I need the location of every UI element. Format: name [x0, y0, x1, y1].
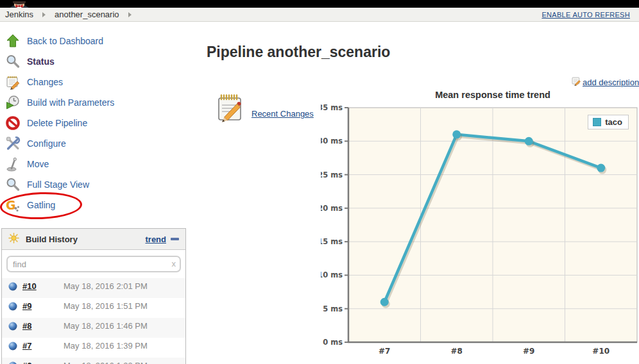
build-row[interactable]: #6 May 18, 2016 1:33 PM — [2, 358, 185, 364]
top-banner — [0, 0, 639, 8]
search-icon — [5, 54, 21, 69]
sun-icon — [8, 233, 19, 246]
lever-icon — [5, 156, 21, 172]
clock-play-icon — [5, 95, 21, 110]
svg-text:30 ms: 30 ms — [321, 136, 343, 145]
build-number-link[interactable]: #9 — [22, 301, 48, 311]
svg-text:G: G — [6, 198, 16, 212]
find-input[interactable] — [6, 256, 181, 272]
build-row[interactable]: #10 May 18, 2016 2:01 PM — [2, 278, 185, 298]
breadcrumb-jenkins[interactable]: Jenkins — [5, 10, 33, 19]
blue-ball-icon — [8, 302, 17, 311]
sidebar-item-changes[interactable]: Changes — [0, 72, 190, 92]
chart-title: Mean response time trend — [348, 90, 637, 100]
crossed-tools-icon — [5, 136, 21, 151]
svg-text:#7: #7 — [379, 347, 390, 356]
legend-label: taco — [605, 117, 622, 127]
build-row[interactable]: #9 May 18, 2016 1:51 PM — [2, 298, 185, 318]
svg-text:25 ms: 25 ms — [321, 170, 343, 179]
recent-changes-link[interactable]: Recent Changes — [251, 109, 314, 119]
breadcrumb-bar: Jenkins another_scenario ENABLE AUTO REF… — [0, 8, 639, 22]
gatling-icon: G — [5, 197, 21, 213]
sidebar-item-move[interactable]: Move — [0, 154, 190, 174]
svg-text:10 ms: 10 ms — [321, 270, 343, 279]
build-date: May 18, 2016 1:46 PM — [64, 321, 150, 331]
build-history-find: x — [2, 250, 185, 278]
build-date: May 18, 2016 2:01 PM — [64, 281, 150, 291]
main-content: Pipeline another_scenario add descriptio… — [192, 22, 639, 364]
svg-text:#9: #9 — [523, 347, 534, 356]
build-date: May 18, 2016 1:39 PM — [64, 341, 150, 351]
build-number-link[interactable]: #8 — [22, 321, 48, 331]
blue-ball-icon — [8, 361, 17, 364]
svg-text:20 ms: 20 ms — [321, 204, 343, 213]
collapse-icon[interactable] — [171, 238, 179, 240]
build-date: May 18, 2016 1:51 PM — [64, 301, 150, 311]
chart-legend: taco — [588, 115, 629, 129]
sidebar-item-back-to-dashboard[interactable]: Back to Dashboard — [0, 31, 190, 51]
no-entry-icon — [5, 115, 21, 131]
build-row[interactable]: #7 May 18, 2016 1:39 PM — [2, 338, 185, 358]
build-history-panel: Build History trend x #10 May 18, 2016 2… — [1, 228, 186, 364]
svg-text:5 ms: 5 ms — [323, 304, 343, 313]
svg-text:15 ms: 15 ms — [321, 237, 343, 246]
build-number-link[interactable]: #10 — [22, 281, 48, 291]
svg-text:#10: #10 — [592, 347, 609, 356]
svg-text:#8: #8 — [451, 347, 463, 356]
clear-find-button[interactable]: x — [172, 259, 176, 269]
sidebar-item-full-stage-view[interactable]: Full Stage View — [0, 174, 190, 195]
blue-ball-icon — [8, 322, 17, 331]
svg-text:0 ms: 0 ms — [323, 338, 343, 347]
sidebar-task-list: Back to Dashboard Status Changes — [0, 26, 190, 215]
trend-link[interactable]: trend — [146, 235, 167, 244]
sidebar-item-configure[interactable]: Configure — [0, 133, 190, 154]
enable-auto-refresh-link[interactable]: ENABLE AUTO REFRESH — [541, 11, 630, 19]
blue-ball-icon — [8, 282, 17, 291]
blue-ball-icon — [8, 342, 17, 351]
breadcrumb-job[interactable]: another_scenario — [55, 10, 119, 19]
recent-changes-icon — [216, 93, 245, 125]
build-history-header: Build History trend — [2, 229, 185, 250]
up-arrow-icon — [5, 33, 21, 49]
sidebar-item-status[interactable]: Status — [0, 51, 190, 72]
add-description-link[interactable]: add description — [583, 78, 639, 87]
notepad-pencil-icon — [5, 74, 21, 90]
build-number-link[interactable]: #7 — [22, 341, 48, 351]
sidebar-item-delete-pipeline[interactable]: Delete Pipeline — [0, 113, 190, 133]
legend-swatch-taco — [593, 118, 601, 126]
mean-response-time-chart: Mean response time trend 0 ms5 ms10 ms15… — [321, 87, 639, 364]
build-date: May 18, 2016 1:33 PM — [64, 361, 150, 364]
build-number-link[interactable]: #6 — [22, 361, 48, 364]
breadcrumb-arrow-icon — [128, 12, 132, 17]
sidebar-item-gatling[interactable]: G Gatling — [0, 195, 190, 215]
page-title: Pipeline another_scenario — [207, 44, 390, 61]
build-history-title: Build History — [26, 235, 78, 244]
svg-text:35 ms: 35 ms — [321, 103, 343, 112]
sidebar-item-build-with-parameters[interactable]: Build with Parameters — [0, 92, 190, 113]
search-icon — [5, 177, 21, 192]
breadcrumb-arrow-icon — [42, 12, 46, 17]
build-row[interactable]: #8 May 18, 2016 1:46 PM — [2, 318, 185, 338]
